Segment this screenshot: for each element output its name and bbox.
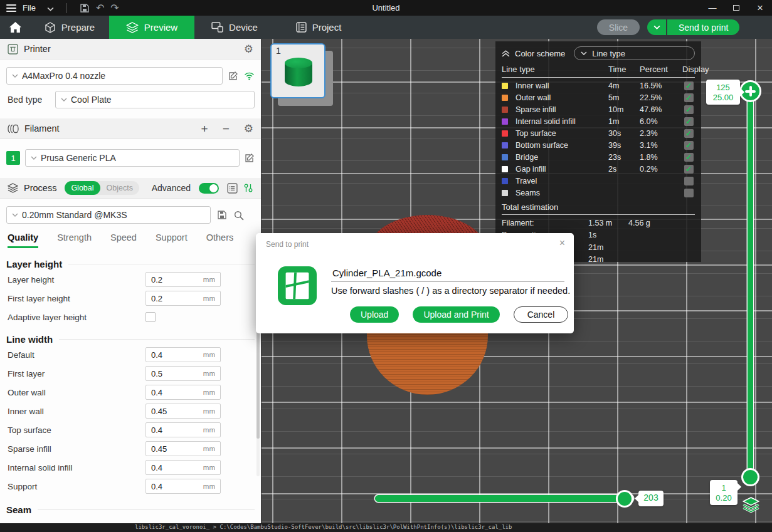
step-slider-track[interactable] bbox=[375, 495, 633, 502]
plate-thumbnail[interactable]: 1 bbox=[270, 43, 325, 98]
scope-global[interactable]: Global bbox=[65, 181, 100, 195]
line-width-top-surface-input[interactable]: 0.4 mm bbox=[145, 422, 221, 437]
printer-preset-select[interactable]: A4MaxPro 0.4 nozzle bbox=[6, 67, 223, 85]
home-button[interactable] bbox=[0, 16, 30, 39]
cancel-button[interactable]: Cancel bbox=[514, 306, 569, 323]
layer-slider-track[interactable] bbox=[748, 91, 753, 477]
view-mode-select[interactable]: Line type bbox=[574, 46, 695, 60]
filament-settings-gear-icon[interactable]: ⚙ bbox=[244, 123, 253, 134]
tab-preview[interactable]: Preview bbox=[109, 16, 194, 39]
layer-slider-top-tooltip: 125 25.00 bbox=[706, 80, 740, 105]
printer-section-header: Printer ⚙ bbox=[0, 39, 261, 60]
tab-quality[interactable]: Quality bbox=[8, 232, 38, 248]
display-checkbox[interactable]: ✓ bbox=[684, 81, 694, 90]
upload-and-print-button[interactable]: Upload and Print bbox=[413, 306, 499, 323]
send-options-dropdown[interactable] bbox=[647, 19, 666, 35]
dialog-title: Send to print bbox=[266, 240, 309, 249]
display-checkbox[interactable]: ✓ bbox=[684, 105, 694, 114]
advanced-toggle[interactable] bbox=[199, 183, 219, 194]
setting-row: Layer height 0.2 mm bbox=[0, 270, 261, 289]
display-checkbox[interactable] bbox=[684, 177, 694, 185]
line-width-first-layer-input[interactable]: 0.5 mm bbox=[145, 366, 221, 381]
tab-others[interactable]: Others bbox=[206, 232, 234, 246]
scope-objects[interactable]: Objects bbox=[100, 184, 139, 192]
tab-speed[interactable]: Speed bbox=[110, 232, 137, 246]
display-checkbox[interactable]: ✓ bbox=[684, 129, 694, 138]
send-to-print-button[interactable]: Send to print bbox=[667, 19, 739, 35]
wifi-icon[interactable] bbox=[244, 72, 255, 80]
close-button[interactable]: × bbox=[748, 0, 772, 16]
printer-settings-gear-icon[interactable]: ⚙ bbox=[244, 44, 253, 55]
line-width-inner-wall-input[interactable]: 0.45 mm bbox=[145, 404, 221, 419]
bed-type-select[interactable]: Cool Plate bbox=[55, 91, 255, 108]
title-bar: File ↶ ↷ Untitled — × bbox=[0, 0, 772, 16]
search-icon[interactable] bbox=[233, 210, 244, 221]
color-swatch bbox=[502, 130, 508, 137]
settings-panel: Printer ⚙ A4MaxPro 0.4 nozzle Bed type C… bbox=[0, 39, 262, 523]
collapse-chevrons-icon[interactable] bbox=[502, 50, 510, 57]
maximize-button[interactable] bbox=[724, 0, 748, 16]
display-checkbox[interactable]: ✓ bbox=[684, 117, 694, 126]
display-checkbox[interactable]: ✓ bbox=[684, 165, 694, 174]
first-layer-height-input[interactable]: 0.2 mm bbox=[145, 291, 221, 306]
display-checkbox[interactable] bbox=[684, 189, 694, 197]
parameter-list-icon[interactable] bbox=[227, 183, 238, 194]
line-width-support-input[interactable]: 0.4 mm bbox=[145, 479, 221, 494]
file-menu-chevron-icon[interactable] bbox=[47, 3, 54, 14]
display-checkbox[interactable]: ✓ bbox=[684, 153, 694, 162]
edit-filament-icon[interactable] bbox=[245, 153, 255, 163]
filename-input[interactable]: Cylinder_PLA_21m.gcode bbox=[331, 266, 564, 282]
tune-params-icon[interactable] bbox=[243, 183, 253, 193]
plate-number: 1 bbox=[276, 46, 281, 56]
display-checkbox[interactable]: ✓ bbox=[684, 141, 694, 150]
project-icon bbox=[296, 22, 307, 33]
menu-icon[interactable] bbox=[6, 4, 16, 12]
section-layer-height: Layer height bbox=[0, 258, 261, 270]
step-slider-handle[interactable] bbox=[616, 490, 633, 508]
tab-project[interactable]: Project bbox=[275, 16, 362, 39]
legend-row: Seams bbox=[502, 187, 695, 199]
dialog-close-icon[interactable]: × bbox=[559, 237, 565, 249]
tab-prepare[interactable]: Prepare bbox=[30, 16, 109, 39]
process-scope-toggle[interactable]: Global Objects bbox=[65, 181, 139, 195]
remove-filament-button[interactable]: − bbox=[223, 123, 230, 135]
line-width-internal-solid-input[interactable]: 0.4 mm bbox=[145, 460, 221, 475]
save-icon[interactable] bbox=[80, 3, 90, 13]
layers-mode-icon[interactable] bbox=[743, 496, 759, 513]
color-swatch bbox=[502, 166, 508, 172]
maximize-icon bbox=[733, 5, 739, 11]
minimize-button[interactable]: — bbox=[701, 0, 724, 16]
line-width-sparse-infill-input[interactable]: 0.45 mm bbox=[145, 441, 221, 456]
upload-button[interactable]: Upload bbox=[350, 306, 399, 323]
tab-strength[interactable]: Strength bbox=[57, 232, 92, 246]
adaptive-layer-height-checkbox[interactable] bbox=[145, 312, 156, 322]
layers-icon bbox=[126, 22, 139, 33]
edit-printer-icon[interactable] bbox=[228, 71, 238, 81]
filename-hint: Use forward slashes ( / ) as a directory… bbox=[331, 286, 570, 296]
filament-preset-select[interactable]: Prusa Generic PLA bbox=[25, 149, 240, 167]
layer-height-input[interactable]: 0.2 mm bbox=[145, 272, 221, 287]
line-width-outer-wall-input[interactable]: 0.4 mm bbox=[145, 385, 221, 400]
tab-device[interactable]: Device bbox=[194, 16, 275, 39]
layer-slider-bottom-tooltip: 1 0.20 bbox=[710, 480, 738, 505]
tab-support[interactable]: Support bbox=[156, 232, 188, 246]
console-output: libslic3r_cal_voronoi_ > C:\Codes\BambuS… bbox=[135, 524, 512, 530]
layer-slider-bottom-handle[interactable] bbox=[741, 468, 759, 486]
home-icon bbox=[9, 22, 21, 33]
display-checkbox[interactable]: ✓ bbox=[684, 93, 694, 102]
filament-slot-badge[interactable]: 1 bbox=[6, 151, 20, 165]
slice-button[interactable]: Slice bbox=[597, 19, 640, 35]
process-section-header: Process Global Objects Advanced bbox=[0, 178, 261, 199]
save-preset-icon[interactable] bbox=[217, 210, 227, 220]
undo-icon[interactable]: ↶ bbox=[96, 3, 104, 13]
process-preset-select[interactable]: 0.20mm Standard @MK3S bbox=[6, 206, 211, 224]
setting-row: Sparse infill 0.45 mm bbox=[0, 439, 261, 458]
process-layers-icon bbox=[8, 183, 18, 193]
add-filament-button[interactable]: + bbox=[201, 123, 208, 135]
line-width-default-input[interactable]: 0.4 mm bbox=[145, 347, 221, 362]
status-bar: libslic3r_cal_voronoi_ > C:\Codes\BambuS… bbox=[0, 523, 772, 532]
setting-row: Inner wall 0.45 mm bbox=[0, 402, 261, 420]
chevron-down-icon bbox=[581, 51, 587, 55]
file-menu[interactable]: File bbox=[23, 3, 36, 13]
redo-icon[interactable]: ↷ bbox=[110, 3, 119, 13]
